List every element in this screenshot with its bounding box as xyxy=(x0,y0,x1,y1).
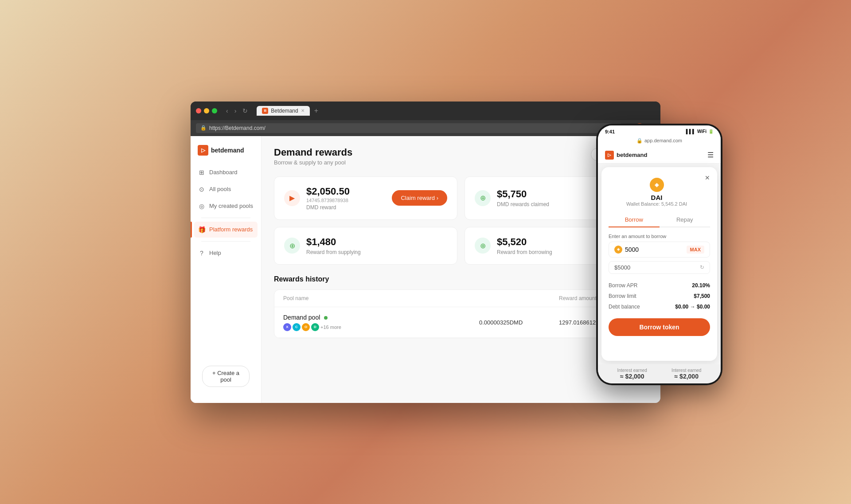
pool-name: Demand pool xyxy=(283,314,320,321)
debt-balance-label: Debt balance xyxy=(609,304,640,310)
borrow-tab[interactable]: Borrow xyxy=(609,213,660,227)
bottom-stat-2: Interest earned ≈ $2,000 xyxy=(671,368,701,380)
dmd-reward-amount: $2,050.50 xyxy=(306,186,386,197)
sidebar-item-label: All pools xyxy=(209,186,231,192)
sidebar-item-all-pools[interactable]: ⊙ All pools xyxy=(194,181,258,197)
table-header: Pool name Reward amount xyxy=(274,290,648,307)
wifi-icon: WiFi xyxy=(697,129,707,134)
tab-close-icon[interactable]: ✕ xyxy=(301,108,304,113)
modal-token-header: ◈ DAI Wallet Balance: 5,545.2 DAI xyxy=(609,174,710,207)
stat-card-supply: ⊕ $1,480 Reward from supplying xyxy=(274,227,457,265)
dmd-reward-info: $2,050.50 14745.8739878938 DMD reward xyxy=(306,186,386,211)
battery-icon: 🔋 xyxy=(708,129,714,134)
my-pools-icon: ◎ xyxy=(198,203,206,210)
borrow-limit-label: Borrow limit xyxy=(609,293,636,299)
bottom-value-1: ≈ $2,000 xyxy=(617,373,647,380)
max-button[interactable]: MAX xyxy=(687,246,704,254)
rewards-history-title: Rewards history xyxy=(274,275,648,283)
browser-navigation: ‹ › ↻ xyxy=(224,106,250,115)
token-name: DAI xyxy=(651,194,663,201)
supply-reward-label: Reward from supplying xyxy=(306,249,447,255)
supply-reward-amount: $1,480 xyxy=(306,236,447,248)
browser-titlebar: ‹ › ↻ B Betdemand ✕ + xyxy=(191,102,660,120)
mobile-overlay: 9:41 ▌▌▌ WiFi 🔋 🔒 app.demand.com ▷ betde… xyxy=(596,124,722,385)
reward-amount: 0.00000325DMD xyxy=(479,319,523,326)
modal-close-button[interactable]: ✕ xyxy=(705,174,710,181)
table-row: Demand pool X C O D +16 more xyxy=(274,307,648,338)
usd-value-text: $5000 xyxy=(614,264,630,271)
dmd-reward-subtext: 14745.8739878938 xyxy=(306,198,386,203)
page-title: Demand rewards xyxy=(274,147,352,158)
create-pool-button[interactable]: + Create a pool xyxy=(202,366,250,387)
sidebar-item-my-created-pools[interactable]: ◎ My created pools xyxy=(194,198,258,214)
borrow-info-rows: Borrow APR 20.10% Borrow limit $7,500 De… xyxy=(609,280,710,312)
hamburger-menu-icon[interactable]: ☰ xyxy=(707,151,714,159)
mobile-address-bar: 🔒 app.demand.com xyxy=(598,136,721,147)
borrow-token-button[interactable]: Borrow token xyxy=(609,318,710,336)
sidebar-item-platform-rewards[interactable]: 🎁 Platform rewards xyxy=(194,222,258,238)
mobile-logo-icon: ▷ xyxy=(605,151,614,160)
browser-tab[interactable]: B Betdemand ✕ xyxy=(257,106,309,116)
dmd-reward-icon: ▶ xyxy=(284,190,300,206)
dai-token-logo: ◈ xyxy=(650,178,664,192)
amount-input[interactable]: ◈ 5000 MAX xyxy=(609,242,710,258)
sidebar-item-label: Platform rewards xyxy=(209,226,253,233)
input-label: Enter an amount to borrow xyxy=(609,234,710,239)
mobile-logo: ▷ betdemand xyxy=(605,151,647,160)
new-tab-button[interactable]: + xyxy=(312,106,321,116)
sidebar-item-label: My created pools xyxy=(209,203,253,209)
page-title-section: Demand rewards Borrow & supply to any po… xyxy=(274,147,352,166)
tab-favicon: B xyxy=(262,108,268,114)
reward-amount-cell: 0.00000325DMD xyxy=(479,318,559,326)
usd-value-input: $5000 ↻ xyxy=(609,261,710,274)
mobile-status-icons: ▌▌▌ WiFi 🔋 xyxy=(686,129,714,134)
bottom-interest-label-1: Interest earned xyxy=(617,368,647,373)
borrow-limit-value: $7,500 xyxy=(694,293,710,299)
tab-label: Betdemand xyxy=(271,108,298,114)
token-more-label: +16 more xyxy=(320,323,341,331)
sidebar: ▷ betdemand ⊞ Dashboard ⊙ All pools ◎ My… xyxy=(191,136,262,403)
mobile-screen: 9:41 ▌▌▌ WiFi 🔋 🔒 app.demand.com ▷ betde… xyxy=(598,125,721,383)
claim-reward-button[interactable]: Claim reward › xyxy=(392,190,447,206)
refresh-icon: ↻ xyxy=(700,264,704,270)
token-icon-c: C xyxy=(293,323,301,331)
debt-balance-row: Debt balance $0.00 → $0.00 xyxy=(609,301,710,312)
close-window-button[interactable] xyxy=(196,108,201,113)
url-text: https://Betdemand.com/ xyxy=(209,125,265,131)
sidebar-item-label: Help xyxy=(209,250,221,256)
wallet-balance: Wallet Balance: 5,545.2 DAI xyxy=(626,201,687,207)
mobile-bottom-stats: Interest earned ≈ $2,000 Interest earned… xyxy=(598,364,721,383)
separator-2 xyxy=(201,241,250,242)
forward-button[interactable]: › xyxy=(233,106,238,115)
bottom-interest-label-2: Interest earned xyxy=(671,368,701,373)
pool-tokens: X C O D +16 more xyxy=(283,323,479,331)
browser-window: ‹ › ↻ B Betdemand ✕ + 🔒 https://Betdeman… xyxy=(191,102,660,403)
borrow-reward-icon: ⊕ xyxy=(475,238,491,254)
app-content: ▷ betdemand ⊞ Dashboard ⊙ All pools ◎ My… xyxy=(191,136,660,403)
mobile-nav-header: ▷ betdemand ☰ xyxy=(598,147,721,164)
debt-balance-value: $0.00 → $0.00 xyxy=(675,304,710,310)
repay-tab[interactable]: Repay xyxy=(660,213,710,227)
borrow-limit-row: Borrow limit $7,500 xyxy=(609,291,710,301)
back-button[interactable]: ‹ xyxy=(224,106,230,115)
sidebar-item-help[interactable]: ? Help xyxy=(194,245,258,261)
borrow-apr-label: Borrow APR xyxy=(609,282,637,289)
url-input[interactable]: 🔒 https://Betdemand.com/ xyxy=(196,123,622,133)
bottom-stat-1: Interest earned ≈ $2,000 xyxy=(617,368,647,380)
supply-reward-info: $1,480 Reward from supplying xyxy=(306,236,447,255)
sidebar-item-dashboard[interactable]: ⊞ Dashboard xyxy=(194,164,258,180)
token-icon-d: D xyxy=(311,323,319,331)
pool-name-row: Demand pool xyxy=(283,313,479,321)
stat-card-dmd-reward: ▶ $2,050.50 14745.8739878938 DMD reward … xyxy=(274,176,457,220)
help-icon: ? xyxy=(198,250,206,257)
dai-input-icon: ◈ xyxy=(614,246,622,254)
mobile-status-bar: 9:41 ▌▌▌ WiFi 🔋 xyxy=(598,125,721,136)
mobile-url: app.demand.com xyxy=(644,138,682,143)
mobile-lock-icon: 🔒 xyxy=(636,138,643,144)
refresh-button[interactable]: ↻ xyxy=(241,106,250,115)
column-pool-name: Pool name xyxy=(283,295,559,301)
rewards-history-table: Pool name Reward amount Demand pool X xyxy=(274,289,648,338)
maximize-window-button[interactable] xyxy=(212,108,217,113)
address-bar: 🔒 https://Betdemand.com/ ☆ P ⋮ xyxy=(191,120,660,136)
minimize-window-button[interactable] xyxy=(204,108,209,113)
